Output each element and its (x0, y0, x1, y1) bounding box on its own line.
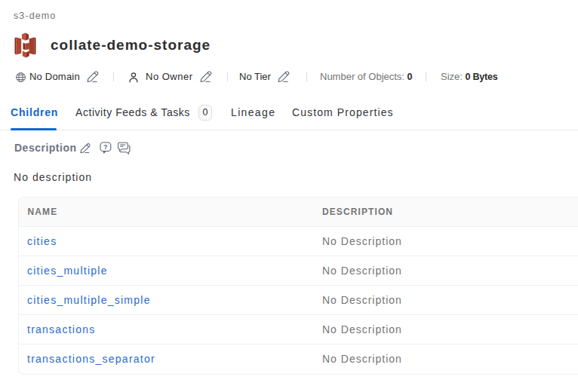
svg-text:?: ? (103, 143, 107, 151)
